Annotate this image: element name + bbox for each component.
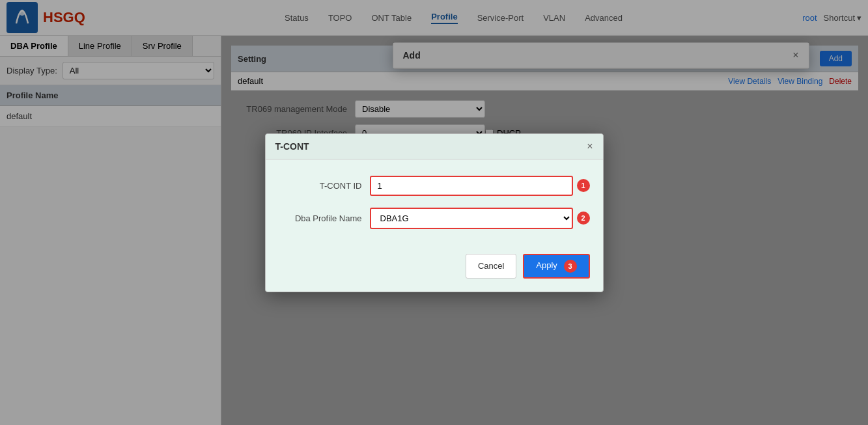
cancel-button[interactable]: Cancel [466, 254, 516, 279]
modal-header: T-CONT × [266, 134, 603, 159]
step-3-badge: 3 [564, 260, 577, 273]
step-1-badge: 1 [577, 179, 590, 192]
modal-close-button[interactable]: × [587, 141, 593, 152]
dba-profile-select[interactable]: DBA1G DBA512M DBA256M [370, 208, 573, 229]
tcont-id-label: T-CONT ID [279, 181, 370, 191]
tcont-id-input[interactable] [370, 176, 573, 196]
step-2-badge: 2 [577, 212, 590, 225]
modal-footer: Cancel Apply 3 [266, 254, 603, 292]
tcont-id-row: T-CONT ID 1 [279, 176, 590, 196]
apply-button[interactable]: Apply 3 [523, 254, 589, 279]
modal-body: T-CONT ID 1 Dba Profile Name DBA1G DBA51… [266, 159, 603, 254]
tcont-modal: T-CONT × T-CONT ID 1 Dba Profile Name DB… [265, 133, 604, 292]
modal-title: T-CONT [275, 141, 309, 152]
dba-profile-label: Dba Profile Name [279, 213, 370, 223]
modal-overlay: T-CONT × T-CONT ID 1 Dba Profile Name DB… [0, 0, 868, 425]
dba-profile-row: Dba Profile Name DBA1G DBA512M DBA256M 2 [279, 208, 590, 229]
